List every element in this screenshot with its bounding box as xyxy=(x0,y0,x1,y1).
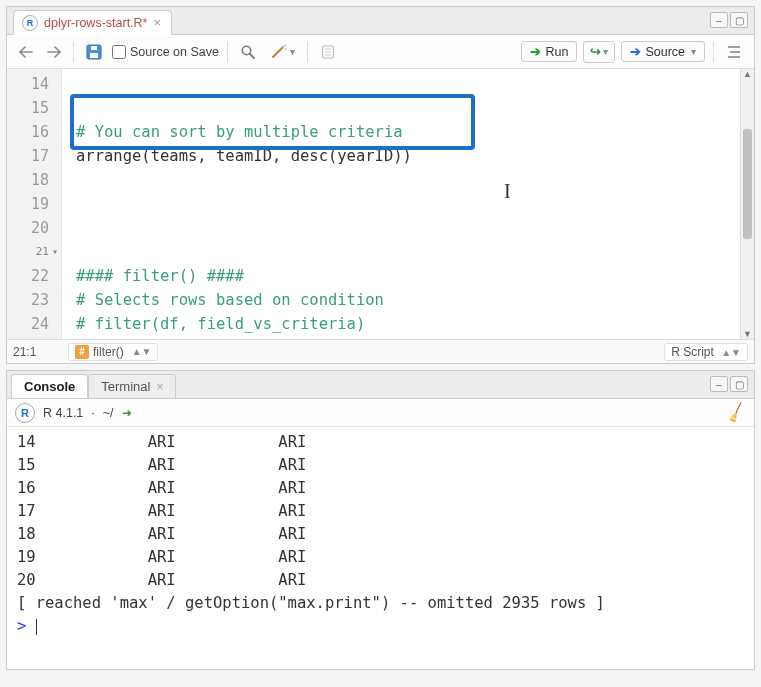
source-on-save-label: Source on Save xyxy=(130,45,219,59)
cursor-position: 21:1 xyxy=(13,345,68,359)
console-row: 18 ARI ARI xyxy=(17,523,744,546)
source-file-tab[interactable]: R dplyr-rows-start.R* × xyxy=(13,10,172,35)
section-hash-icon: # xyxy=(75,345,89,359)
svg-line-5 xyxy=(273,48,282,57)
close-tab-icon[interactable]: × xyxy=(154,15,162,30)
filetype-updown-icon: ▲▼ xyxy=(721,347,741,358)
rerun-arrow-icon: ↪ xyxy=(590,44,601,59)
r-version-sep: · xyxy=(91,406,94,420)
console-row: 19 ARI ARI xyxy=(17,546,744,569)
console-sub-toolbar: R R 4.1.1 · ~/ ➜ 🧹 xyxy=(7,399,754,427)
section-crumb-label: filter() xyxy=(93,345,124,359)
tab-terminal-label: Terminal xyxy=(101,379,150,394)
line-number: 14 xyxy=(7,72,49,96)
console-row: 15 ARI ARI xyxy=(17,454,744,477)
code-tools-button[interactable]: ▾ xyxy=(266,41,299,63)
r-file-icon: R xyxy=(22,15,38,31)
compile-report-button[interactable] xyxy=(316,41,340,63)
code-line: # You can sort by multiple criteria xyxy=(76,123,403,141)
console-tab-bar: Console Terminal × – ▢ xyxy=(7,371,754,399)
source-label: Source xyxy=(645,45,685,59)
source-file-name: dplyr-rows-start.R* xyxy=(44,16,148,30)
line-number-fold[interactable]: 21 xyxy=(7,240,49,264)
pane-window-controls: – ▢ xyxy=(710,376,748,392)
console-prompt-line[interactable]: > xyxy=(17,615,744,638)
source-on-save-checkbox[interactable]: Source on Save xyxy=(112,45,219,59)
svg-rect-1 xyxy=(90,53,98,58)
text-cursor-icon: I xyxy=(504,180,511,203)
close-terminal-icon[interactable]: × xyxy=(156,380,163,394)
working-dir[interactable]: ~/ xyxy=(103,406,114,420)
source-tab-bar: R dplyr-rows-start.R* × – ▢ xyxy=(7,7,754,35)
maximize-pane-button[interactable]: ▢ xyxy=(730,376,748,392)
go-to-dir-icon[interactable]: ➜ xyxy=(122,406,132,420)
outline-button[interactable] xyxy=(722,41,746,63)
r-version-label: R 4.1.1 xyxy=(43,406,83,420)
source-button[interactable]: ➔ Source ▾ xyxy=(621,41,705,62)
console-row: 17 ARI ARI xyxy=(17,500,744,523)
console-output[interactable]: 14 ARI ARI15 ARI ARI16 ARI ARI17 ARI ARI… xyxy=(7,427,754,669)
run-button[interactable]: ➔ Run xyxy=(521,41,577,62)
minimize-pane-button[interactable]: – xyxy=(710,12,728,28)
code-line: #### filter() #### xyxy=(76,267,244,285)
run-label: Run xyxy=(545,45,568,59)
dropdown-caret-icon: ▾ xyxy=(603,46,608,57)
maximize-pane-button[interactable]: ▢ xyxy=(730,12,748,28)
tab-console[interactable]: Console xyxy=(11,374,88,398)
line-number: 17 xyxy=(7,144,49,168)
line-number: 22 xyxy=(7,264,49,288)
console-omitted-msg: [ reached 'max' / getOption("max.print")… xyxy=(17,592,744,615)
line-number: 16 xyxy=(7,120,49,144)
minimize-pane-button[interactable]: – xyxy=(710,376,728,392)
line-number: 23 xyxy=(7,288,49,312)
toolbar-separator xyxy=(73,42,74,62)
console-cursor xyxy=(36,619,37,635)
dropdown-caret-icon: ▾ xyxy=(691,46,696,57)
line-number: 24 xyxy=(7,312,49,336)
save-button[interactable] xyxy=(82,41,106,63)
svg-line-4 xyxy=(250,54,254,58)
line-number: 19 xyxy=(7,192,49,216)
console-row: 14 ARI ARI xyxy=(17,431,744,454)
svg-point-6 xyxy=(282,46,284,48)
clear-console-icon[interactable]: 🧹 xyxy=(724,401,748,424)
svg-point-8 xyxy=(284,44,286,46)
file-type-label: R Script xyxy=(671,345,714,359)
code-area[interactable]: # You can sort by multiple criteria arra… xyxy=(62,69,754,339)
toolbar-separator xyxy=(713,42,714,62)
scroll-down-icon[interactable]: ▼ xyxy=(743,329,752,339)
source-toolbar: Source on Save ▾ ➔ Run ↪ ▾ ➔ Source ▾ xyxy=(7,35,754,69)
scroll-thumb[interactable] xyxy=(743,129,752,239)
find-button[interactable] xyxy=(236,41,260,63)
code-line: # Selects rows based on condition xyxy=(76,291,384,309)
code-line: arrange(teams, teamID, desc(yearID)) xyxy=(76,147,412,165)
source-on-save-input[interactable] xyxy=(112,45,126,59)
editor-scrollbar[interactable]: ▲ ▼ xyxy=(740,69,754,339)
console-row: 20 ARI ARI xyxy=(17,569,744,592)
svg-point-7 xyxy=(285,48,287,50)
console-pane: Console Terminal × – ▢ R R 4.1.1 · ~/ ➜ … xyxy=(6,370,755,670)
nav-forward-button[interactable] xyxy=(43,41,65,63)
source-pane: R dplyr-rows-start.R* × – ▢ Source on Sa… xyxy=(6,6,755,364)
toolbar-separator xyxy=(307,42,308,62)
code-editor[interactable]: 14 15 16 17 18 19 20 21 22 23 24 # You c… xyxy=(7,69,754,339)
run-arrow-icon: ➔ xyxy=(530,44,541,59)
tab-terminal[interactable]: Terminal × xyxy=(88,374,176,398)
console-row: 16 ARI ARI xyxy=(17,477,744,500)
dropdown-caret-icon: ▾ xyxy=(290,46,295,57)
console-prompt: > xyxy=(17,617,36,635)
file-type-selector[interactable]: R Script ▲▼ xyxy=(664,343,748,361)
source-arrow-icon: ➔ xyxy=(630,44,641,59)
scroll-up-icon[interactable]: ▲ xyxy=(743,69,752,79)
source-status-bar: 21:1 # filter() ▲▼ R Script ▲▼ xyxy=(7,339,754,363)
line-number: 20 xyxy=(7,216,49,240)
nav-back-button[interactable] xyxy=(15,41,37,63)
tab-console-label: Console xyxy=(24,379,75,394)
rerun-button[interactable]: ↪ ▾ xyxy=(583,41,615,63)
line-number: 18 xyxy=(7,168,49,192)
pane-window-controls: – ▢ xyxy=(710,12,748,28)
section-crumb[interactable]: # filter() ▲▼ xyxy=(68,343,158,361)
toolbar-separator xyxy=(227,42,228,62)
svg-rect-2 xyxy=(91,46,97,50)
r-logo-icon: R xyxy=(15,403,35,423)
